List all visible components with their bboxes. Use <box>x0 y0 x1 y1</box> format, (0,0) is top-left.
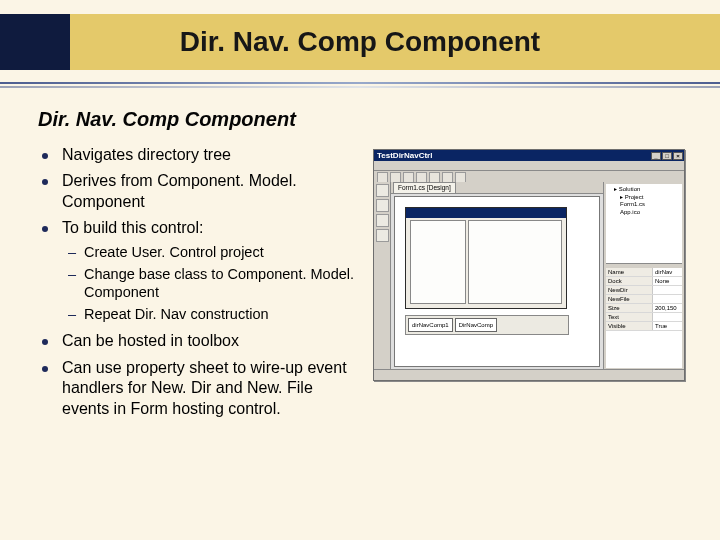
toolbar-button[interactable] <box>429 172 440 183</box>
bullet-item: Navigates directory tree <box>38 145 358 165</box>
toolbar-button[interactable] <box>416 172 427 183</box>
title-band: Dir. Nav. Comp Component <box>0 14 720 70</box>
divider-rule <box>0 82 720 88</box>
bullet-text: Can be hosted in toolbox <box>62 332 239 349</box>
toolbox-panel <box>374 182 391 370</box>
component-chip[interactable]: dirNavComp1 <box>408 318 453 332</box>
ide-body: Form1.cs [Design] <box>374 182 684 370</box>
document-tabstrip: Form1.cs [Design] <box>391 182 603 194</box>
component-tray: dirNavComp1 DirNavComp <box>405 315 569 335</box>
ide-statusbar <box>374 369 684 380</box>
bullet-text: Can use property sheet to wire-up event … <box>62 359 347 417</box>
bullet-item: To build this control: Create User. Cont… <box>38 218 358 323</box>
ide-window-title: TestDirNavCtrl <box>377 150 432 161</box>
bullet-item: Derives from Component. Model. Component <box>38 171 358 212</box>
right-panels: ▸ Solution ▸ Project Form1.cs App.ico Na… <box>603 182 684 370</box>
toolbar-button[interactable] <box>403 172 414 183</box>
form-titlebar <box>406 208 566 218</box>
toolbox-item[interactable] <box>376 229 389 242</box>
form-preview[interactable] <box>405 207 567 309</box>
bullet-text: Navigates directory tree <box>62 146 231 163</box>
ide-menubar[interactable] <box>374 161 684 171</box>
toolbox-item[interactable] <box>376 184 389 197</box>
ide-titlebar: TestDirNavCtrl _ □ × <box>374 150 684 161</box>
window-buttons: _ □ × <box>651 152 684 160</box>
slide: Dir. Nav. Comp Component Dir. Nav. Comp … <box>0 0 720 540</box>
document-tab[interactable]: Form1.cs [Design] <box>393 182 456 193</box>
bullet-text: To build this control: <box>62 219 203 236</box>
tree-node[interactable]: ▸ Project <box>608 194 680 202</box>
bullet-list: Navigates directory tree Derives from Co… <box>38 145 358 419</box>
toolbox-item[interactable] <box>376 214 389 227</box>
slide-title: Dir. Nav. Comp Component <box>0 14 720 70</box>
tree-node[interactable]: Form1.cs <box>608 201 680 209</box>
designer-surface[interactable]: dirNavComp1 DirNavComp <box>394 196 600 367</box>
component-chip[interactable]: DirNavComp <box>455 318 497 332</box>
bullet-item: Can use property sheet to wire-up event … <box>38 358 358 419</box>
sub-bullet-text: Create User. Control project <box>84 244 264 260</box>
text-column: Navigates directory tree Derives from Co… <box>38 145 358 425</box>
sub-bullet-item: Create User. Control project <box>62 243 358 261</box>
toolbar-button[interactable] <box>455 172 466 183</box>
subheading: Dir. Nav. Comp Component <box>38 108 700 131</box>
maximize-button[interactable]: □ <box>662 152 672 160</box>
designer-panel: Form1.cs [Design] <box>391 182 603 370</box>
ide-screenshot: TestDirNavCtrl _ □ × <box>373 149 685 381</box>
columns: Navigates directory tree Derives from Co… <box>38 145 700 425</box>
toolbox-item[interactable] <box>376 199 389 212</box>
bullet-item: Can be hosted in toolbox <box>38 331 358 351</box>
image-column: TestDirNavCtrl _ □ × <box>358 145 700 381</box>
bullet-text: Derives from Component. Model. Component <box>62 172 297 209</box>
groupbox-files[interactable] <box>468 220 562 304</box>
form-body <box>410 220 562 304</box>
sub-bullet-item: Repeat Dir. Nav construction <box>62 305 358 323</box>
sub-bullet-text: Repeat Dir. Nav construction <box>84 306 269 322</box>
sub-bullet-list: Create User. Control project Change base… <box>62 243 358 324</box>
solution-explorer[interactable]: ▸ Solution ▸ Project Form1.cs App.ico <box>606 184 682 264</box>
toolbar-button[interactable] <box>442 172 453 183</box>
toolbar-button[interactable] <box>377 172 388 183</box>
tree-node[interactable]: App.ico <box>608 209 680 217</box>
slide-body: Dir. Nav. Comp Component Navigates direc… <box>38 108 700 520</box>
sub-bullet-item: Change base class to Component. Model. C… <box>62 265 358 301</box>
groupbox-directories[interactable] <box>410 220 466 304</box>
tree-node[interactable]: ▸ Solution <box>608 186 680 194</box>
minimize-button[interactable]: _ <box>651 152 661 160</box>
close-button[interactable]: × <box>673 152 683 160</box>
sub-bullet-text: Change base class to Component. Model. C… <box>84 266 354 300</box>
toolbar-button[interactable] <box>390 172 401 183</box>
property-grid[interactable]: NamedirNav DockNone NewDir NewFile Size2… <box>606 268 682 368</box>
